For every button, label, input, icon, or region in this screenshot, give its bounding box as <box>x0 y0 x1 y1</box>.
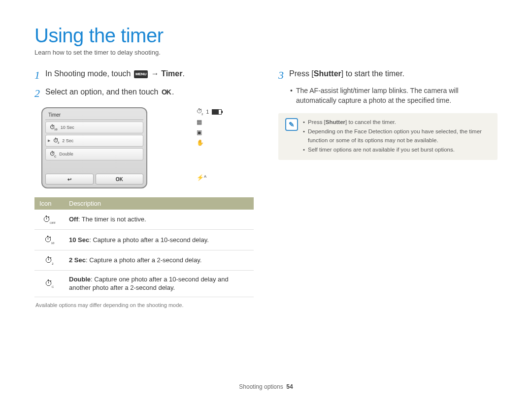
text: . <box>182 69 184 78</box>
step-number: 3 <box>278 67 289 83</box>
text: . <box>172 88 174 96</box>
menu-icon: MENU <box>134 70 148 78</box>
table-row: ⏱OFF Off: The timer is not active. <box>34 210 254 230</box>
note-box: ✎ Press [Shutter] to cancel the timer. D… <box>278 113 498 160</box>
timer-option-2sec[interactable]: ⏱2 2 Sec <box>45 135 143 147</box>
table-row: ⏱10 10 Sec: Capture a photo after a 10-s… <box>34 230 254 250</box>
page-number: 54 <box>286 383 293 390</box>
page-subtitle: Learn how to set the timer to delay shoo… <box>34 49 498 56</box>
note-list: Press [Shutter] to cancel the timer. Dep… <box>303 118 491 155</box>
icon-sub: C <box>54 155 56 158</box>
timer-icon: ⏱2 <box>53 137 59 144</box>
left-column: 1 In Shooting mode, touch MENU → Timer. … <box>34 68 254 308</box>
text: Press [ <box>308 119 326 125</box>
footer-section: Shooting options <box>239 383 283 390</box>
shutter-label: Shutter <box>326 119 345 125</box>
option-label: Double <box>59 152 73 156</box>
battery-icon <box>212 109 222 115</box>
text: ] to start the timer. <box>341 69 404 78</box>
count-label: 1 <box>206 109 209 115</box>
ok-icon: OK <box>162 88 171 96</box>
ok-button[interactable]: OK <box>96 174 144 185</box>
back-button[interactable]: ↩ <box>45 174 94 185</box>
note-item: Self timer options are not available if … <box>303 146 491 154</box>
timer-double-icon: ⏱C <box>34 270 64 297</box>
text: Press [ <box>289 69 314 78</box>
icon-sub: OFF <box>50 221 56 224</box>
desc-bold: 10 Sec <box>69 236 89 244</box>
shutter-label: Shutter <box>314 69 341 78</box>
desc-cell: 10 Sec: Capture a photo after a 10-secon… <box>64 230 254 250</box>
stabilizer-icon: ✋ <box>197 139 204 146</box>
timer-option-10sec[interactable]: ⏱10 10 Sec <box>45 122 143 133</box>
desc-text: : Capture one photo after a 10-second de… <box>69 276 229 292</box>
desc-bold: Off <box>69 216 78 223</box>
lcd-screen: Timer ⏱10 10 Sec ⏱2 2 Sec ⏱C Double ↩ OK <box>41 107 147 188</box>
icon-sub: 2 <box>58 141 59 144</box>
icon-sub: 10 <box>54 128 58 131</box>
timer-status-icon: ⏱2 <box>197 108 203 115</box>
step-detail: The AF-assist light/timer lamp blinks. T… <box>278 86 498 105</box>
col-header-icon: Icon <box>34 197 64 210</box>
lcd-title: Timer <box>45 111 143 120</box>
page-title: Using the timer <box>34 25 498 47</box>
mode-icon: ▣ <box>197 129 202 136</box>
step-number: 2 <box>34 85 45 101</box>
timer-off-icon: ⏱OFF <box>34 210 64 230</box>
status-icons: ⏱2 1 ▦ ▣ ✋ ⚡ᴬ <box>197 107 233 184</box>
step-number: 1 <box>34 67 45 83</box>
desc-bold: 2 Sec <box>69 256 86 264</box>
camera-lcd-mockup: Timer ⏱10 10 Sec ⏱2 2 Sec ⏱C Double ↩ OK <box>41 107 194 188</box>
option-label: 2 Sec <box>62 138 73 143</box>
text: ] to cancel the timer. <box>345 119 396 125</box>
icon-sub: 10 <box>51 242 55 245</box>
step-1: 1 In Shooting mode, touch MENU → Timer. <box>34 68 254 83</box>
step-3: 3 Press [Shutter] to start the timer. <box>278 68 498 83</box>
timer-label: Timer <box>161 69 182 78</box>
desc-bold: Double <box>69 276 91 283</box>
table-row: ⏱2 2 Sec: Capture a photo after a 2-seco… <box>34 250 254 270</box>
note-item: Depending on the Face Detection option y… <box>303 127 491 145</box>
desc-text: : The timer is not active. <box>78 216 146 223</box>
timer-option-double[interactable]: ⏱C Double <box>45 148 143 160</box>
timer-icon: ⏱10 <box>50 124 58 131</box>
flash-auto-icon: ⚡ᴬ <box>197 174 206 181</box>
desc-text: : Capture a photo after a 10-second dela… <box>89 236 209 244</box>
desc-text: : Capture a photo after a 2-second delay… <box>86 256 201 264</box>
text: In Shooting mode, touch <box>45 69 133 78</box>
page-footer: Shooting options 54 <box>0 383 532 390</box>
desc-cell: 2 Sec: Capture a photo after a 2-second … <box>64 250 254 270</box>
step-2: 2 Select an option, and then touch OK. <box>34 86 254 101</box>
timer-2s-icon: ⏱2 <box>34 250 64 270</box>
note-icon: ✎ <box>285 118 298 131</box>
desc-cell: Off: The timer is not active. <box>64 210 254 230</box>
arrow-icon: → <box>149 69 161 78</box>
option-label: 10 Sec <box>61 125 74 130</box>
timer-10s-icon: ⏱10 <box>34 230 64 250</box>
icon-sub: 2 <box>201 113 203 116</box>
mode-icon: ▦ <box>197 119 202 125</box>
col-header-desc: Description <box>64 197 254 210</box>
icon-sub: C <box>52 285 54 288</box>
note-item: Press [Shutter] to cancel the timer. <box>303 118 491 126</box>
right-column: 3 Press [Shutter] to start the timer. Th… <box>278 68 498 308</box>
desc-cell: Double: Capture one photo after a 10-sec… <box>64 270 254 297</box>
step-text: Select an option, and then touch OK. <box>45 86 254 98</box>
table-row: ⏱C Double: Capture one photo after a 10-… <box>34 270 254 297</box>
icon-sub: 2 <box>52 262 53 265</box>
table-footnote: Available options may differ depending o… <box>35 302 254 308</box>
text: Select an option, and then touch <box>45 88 161 96</box>
timer-icon: ⏱C <box>50 151 56 157</box>
step-text: In Shooting mode, touch MENU → Timer. <box>45 68 254 80</box>
step-text: Press [Shutter] to start the timer. <box>289 68 498 80</box>
icon-description-table: Icon Description ⏱OFF Off: The timer is … <box>34 197 254 297</box>
